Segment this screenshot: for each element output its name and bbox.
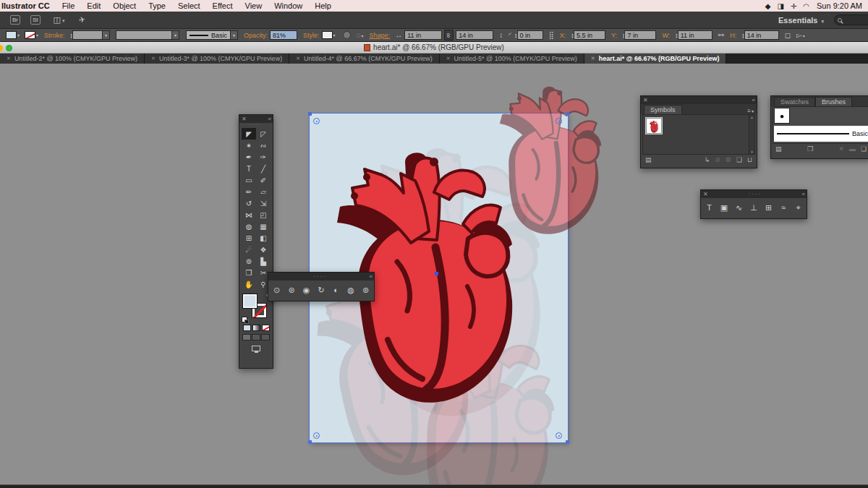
basic-brush-item[interactable]: Basic: [774, 126, 868, 142]
isolate-selection-icon[interactable]: ▻▾: [796, 31, 805, 39]
width-tool[interactable]: ⋈: [242, 209, 256, 221]
perspective-grid-tool[interactable]: ▦: [256, 221, 271, 232]
unlink-dimensions-icon[interactable]: ⚯: [718, 31, 724, 39]
gradient-tool[interactable]: ◧: [256, 232, 271, 244]
move-icon[interactable]: ✛: [791, 2, 796, 10]
blend-tool[interactable]: ❖: [256, 244, 271, 255]
display-icon[interactable]: ◨: [777, 2, 783, 10]
rotate-tool[interactable]: ↺: [242, 197, 256, 209]
line-segment-tool[interactable]: ╱: [256, 163, 271, 174]
symbol-spinner-tool[interactable]: ↻: [315, 286, 328, 295]
new-brush-icon[interactable]: ❏: [861, 145, 867, 153]
draw-behind-button[interactable]: [252, 334, 260, 341]
tab-untitled-2[interactable]: ✕ Untitled-2* @ 100% (CMYK/GPU Preview): [0, 53, 145, 64]
none-button[interactable]: [262, 325, 270, 331]
gradient-button[interactable]: [252, 325, 260, 331]
w-field[interactable]: [678, 30, 712, 40]
close-panel-icon[interactable]: ✕: [643, 97, 648, 103]
symbols-scrollbar[interactable]: ▴▾: [749, 115, 754, 154]
symbol-stainer-tool[interactable]: ◐: [330, 286, 343, 294]
pen-tool[interactable]: ✒: [242, 151, 256, 163]
eraser-tool[interactable]: ▱: [256, 186, 271, 197]
opacity-label[interactable]: Opacity:: [244, 32, 268, 39]
collapse-panel-icon[interactable]: «: [752, 97, 754, 103]
draw-inside-button[interactable]: [261, 334, 270, 341]
canvas-pasteboard[interactable]: ✕ « ▪ ▪ ▪ ▪ ◤◸✶∾✒✑T╱▭✐✏▱↺⇲⋈◰◍▦⊞◧☄❖⊚▙❐✂✋⚲…: [0, 64, 868, 484]
symbol-styler-tool[interactable]: ⊛: [359, 286, 373, 295]
curvature-tool[interactable]: ✑: [256, 151, 271, 163]
type-on-path-tool[interactable]: ∿: [733, 203, 746, 213]
style-swatch[interactable]: [322, 31, 333, 39]
selection-tool[interactable]: ◤: [242, 128, 256, 140]
style-label[interactable]: Style:: [303, 32, 320, 39]
artboard-handle-bottom-right[interactable]: [566, 440, 569, 444]
collapse-panel-icon[interactable]: «: [370, 273, 372, 280]
width-profile-field[interactable]: [116, 30, 172, 40]
paintbrush-tool[interactable]: ✐: [256, 174, 271, 186]
menu-clock[interactable]: Sun 9:20 AM: [817, 1, 862, 10]
tab-untitled-3[interactable]: ✕ Untitled-3* @ 100% (CMYK/GPU Preview): [145, 53, 289, 64]
corner-radius-field[interactable]: [517, 30, 543, 40]
brush-options-icon[interactable]: ▬: [849, 145, 856, 153]
center-anchor-point[interactable]: [435, 272, 438, 275]
mesh-tool[interactable]: ⊞: [242, 232, 256, 244]
heart-symbol-thumbnail[interactable]: [646, 118, 662, 134]
panel-grip[interactable]: ▪ ▪ ▪ ▪: [708, 192, 802, 197]
reference-point-icon[interactable]: ⣿: [549, 31, 554, 39]
close-panel-icon[interactable]: ✕: [242, 116, 247, 122]
fill-color-swatch[interactable]: [6, 31, 17, 39]
stroke-color-swatch[interactable]: [25, 31, 35, 39]
select-similar-icon[interactable]: ◌▾: [357, 31, 364, 39]
free-transform-tool[interactable]: ◰: [256, 209, 271, 221]
rectangle-tool[interactable]: ▭: [242, 174, 256, 186]
menu-item[interactable]: Window: [274, 1, 302, 10]
artboard-handle-top-left[interactable]: [308, 112, 312, 116]
panel-menu-icon[interactable]: ≡▾: [747, 108, 757, 114]
h-field[interactable]: [744, 30, 779, 40]
shape-height-field[interactable]: [456, 30, 493, 40]
symbol-options-icon[interactable]: ⚙: [726, 156, 731, 163]
column-graph-tool[interactable]: ▙: [256, 255, 271, 267]
screen-mode-button[interactable]: [239, 346, 273, 351]
w-label[interactable]: W:: [662, 32, 670, 39]
vertical-type-tool[interactable]: ⊥: [747, 203, 760, 213]
minimize-button[interactable]: [0, 45, 3, 51]
tab-untitled-4[interactable]: ✕ Untitled-4* @ 66.67% (CMYK/GPU Preview…: [289, 53, 440, 64]
symbol-shifter-tool[interactable]: ⊙: [271, 286, 284, 295]
touch-type-tool[interactable]: ⌖: [792, 203, 805, 213]
menu-item[interactable]: File: [62, 1, 75, 10]
area-type-tool[interactable]: ▣: [718, 203, 731, 213]
transform-icon[interactable]: ◻: [785, 31, 791, 39]
fill-color-chip[interactable]: [242, 294, 258, 309]
shape-label[interactable]: Shape:: [370, 32, 391, 39]
hand-tool[interactable]: ✋: [242, 278, 256, 290]
tab-swatches[interactable]: Swatches: [774, 97, 815, 106]
menu-item[interactable]: Type: [148, 1, 166, 10]
vertical-type-on-path-tool[interactable]: ≈: [777, 203, 790, 212]
type-tool[interactable]: T: [242, 163, 256, 174]
scale-tool[interactable]: ⇲: [256, 197, 271, 209]
symbol-libraries-icon[interactable]: ▤: [645, 156, 652, 163]
close-tab-icon[interactable]: ✕: [296, 56, 300, 61]
draw-normal-button[interactable]: [242, 334, 251, 341]
symbols-list[interactable]: ▴▾: [642, 114, 755, 155]
dot-brush-item[interactable]: ●: [774, 108, 790, 124]
x-field[interactable]: [574, 30, 605, 40]
search-input[interactable]: [834, 14, 868, 25]
share-icon[interactable]: ✈: [78, 14, 87, 25]
eyedropper-tool[interactable]: ☄: [242, 244, 256, 255]
remove-brush-stroke-icon[interactable]: ✕: [838, 145, 844, 153]
bridge-button[interactable]: Br: [10, 15, 20, 25]
wifi-icon[interactable]: ◠: [803, 2, 809, 10]
color-button[interactable]: [243, 325, 251, 331]
tab-brushes[interactable]: Brushes: [815, 97, 852, 106]
delete-symbol-icon[interactable]: ⊔: [747, 156, 752, 163]
close-tab-icon[interactable]: ✕: [7, 56, 11, 61]
symbol-sizer-tool[interactable]: ◉: [300, 286, 313, 295]
stroke-label[interactable]: Stroke:: [44, 32, 65, 39]
menu-item[interactable]: Select: [178, 1, 200, 10]
menu-item[interactable]: Edit: [87, 1, 101, 10]
tab-untitled-5[interactable]: ✕ Untitled-5* @ 100% (CMYK/GPU Preview): [440, 53, 584, 64]
dropbox-icon[interactable]: ◆: [765, 2, 771, 10]
symbol-sprayer-tool[interactable]: ⊚: [242, 255, 256, 267]
